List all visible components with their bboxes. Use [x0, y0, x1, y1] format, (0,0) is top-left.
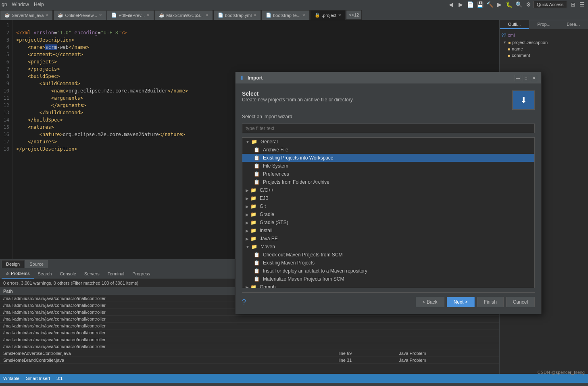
toolbar-perspective[interactable]: ⊞: [569, 0, 578, 9]
tree-item-label: Install or deploy an artifact to a Maven…: [263, 268, 367, 274]
tree-item-label: Materialize Maven Projects from SCM: [263, 276, 344, 282]
outline-label-name: name: [512, 46, 523, 51]
table-row[interactable]: /mall-admin/src/main/java/com/macro/mall…: [0, 336, 499, 343]
tree-leaf[interactable]: 📋Install or deploy an artifact to a Mave…: [242, 267, 534, 275]
tab-terminal[interactable]: Terminal: [104, 270, 129, 279]
tree-folder[interactable]: ▶📁C/C++: [242, 186, 534, 194]
tab-pdffile[interactable]: 📄 PdfFilePrev... ✕: [107, 10, 154, 20]
tab-servermainjava[interactable]: ☕ ServerMain.java ✕: [0, 10, 53, 20]
tree-folder[interactable]: ▶📁Install: [242, 227, 534, 235]
next-button[interactable]: Next >: [447, 297, 475, 307]
tab-bootstrap-yml[interactable]: 📄 bootstrap.yml ✕: [213, 10, 261, 20]
tab-overflow[interactable]: >> 12: [346, 10, 362, 20]
toolbar-btn-2[interactable]: ▶: [457, 0, 465, 9]
menu-help[interactable]: Help: [34, 2, 44, 7]
dialog-section-title: Select: [242, 90, 354, 97]
outline-name[interactable]: ■ name: [501, 46, 586, 52]
toolbar-btn-run[interactable]: ▶: [495, 0, 504, 9]
finish-button[interactable]: Finish: [477, 297, 504, 307]
tab-overflow-num: 12: [354, 13, 359, 17]
toolbar-btn-save[interactable]: 💾: [476, 0, 485, 9]
tab-design[interactable]: Design: [2, 260, 24, 268]
tab-progress[interactable]: Progress: [128, 270, 154, 279]
quick-access[interactable]: Quick Access: [533, 1, 567, 8]
table-row[interactable]: /mall-admin/src/main/java/com/macro/mall…: [0, 343, 499, 350]
tab-maxscrm[interactable]: ☕ MaxScrmWxCpS... ✕: [154, 10, 213, 20]
folder-icon: 📁: [250, 187, 256, 193]
tab-outline[interactable]: Outli...: [500, 20, 529, 29]
tree-folder[interactable]: ▶📁Gradle: [242, 210, 534, 218]
tree-folder[interactable]: ▼📁Maven: [242, 243, 534, 251]
tab-servers[interactable]: Servers: [80, 270, 104, 279]
tab-close[interactable]: ✕: [146, 13, 150, 17]
dialog-minimize[interactable]: —: [515, 75, 521, 81]
cell-type: Java Problem: [396, 350, 499, 357]
tree-leaf[interactable]: 📋Existing Projects into Workspace: [242, 154, 534, 162]
tab-close[interactable]: ✕: [45, 13, 48, 17]
outline-comment[interactable]: ■ comment: [501, 52, 586, 59]
outline-root[interactable]: ▼ ■ projectDescription: [501, 39, 586, 46]
wizard-tree[interactable]: ▼📁General📋Archive File📋Existing Projects…: [242, 137, 535, 288]
tab-close[interactable]: ✕: [205, 13, 209, 17]
menu-window[interactable]: Window: [12, 2, 29, 7]
tab-project[interactable]: 🔒 .project ✕: [310, 10, 346, 20]
tree-leaf[interactable]: 📋Existing Maven Projects: [242, 259, 534, 267]
toolbar-btn-new[interactable]: 📄: [466, 0, 475, 9]
tree-leaf[interactable]: 📋Preferences: [242, 170, 534, 178]
tree-item-label: Maven: [261, 244, 275, 250]
tab-problems[interactable]: ⚠ Problems: [2, 269, 34, 279]
cell-line: line 69: [336, 350, 396, 357]
menu-bar: gn Window Help ◀ ▶ 📄 💾 🔨 ▶ 🐛 🔍 ⚙ Quick A…: [0, 0, 588, 9]
tab-onlinepreview[interactable]: ☕ OnlinePreview... ✕: [53, 10, 106, 20]
dialog-close[interactable]: ✕: [531, 75, 537, 81]
tree-leaf[interactable]: 📋File System: [242, 162, 534, 170]
table-row[interactable]: /mall-admin/src/main/java/com/macro/mall…: [0, 316, 499, 323]
chevron-icon: ▶: [246, 285, 249, 289]
tree-leaf[interactable]: 📋Archive File: [242, 146, 534, 154]
tab-source[interactable]: Source: [25, 260, 48, 268]
dialog-maximize[interactable]: □: [523, 75, 529, 81]
toolbar-btn-extra[interactable]: ☰: [578, 0, 586, 9]
tab-close[interactable]: ✕: [302, 13, 305, 17]
folder-icon: 📁: [250, 228, 256, 233]
tree-leaf[interactable]: 📋Materialize Maven Projects from SCM: [242, 275, 534, 283]
table-row[interactable]: /mall-admin/src/main/java/com/macro/mall…: [0, 329, 499, 336]
tree-leaf[interactable]: 📋Check out Maven Projects from SCM: [242, 251, 534, 259]
toolbar-btn-build[interactable]: 🔨: [486, 0, 494, 9]
toolbar-btn-debug[interactable]: 🐛: [505, 0, 514, 9]
tab-label: bootstrap-te...: [273, 13, 300, 18]
menu-gn[interactable]: gn: [2, 2, 7, 7]
toolbar-btn-search[interactable]: 🔍: [515, 0, 523, 9]
tab-breakpoints[interactable]: Brea...: [559, 20, 588, 29]
table-row[interactable]: SmsHomeAdvertiseController.javaline 69Ja…: [0, 350, 499, 357]
tree-folder[interactable]: ▶📁Git: [242, 202, 534, 210]
tree-leaf[interactable]: 📋Projects from Folder or Archive: [242, 178, 534, 186]
toolbar-btn-1[interactable]: ◀: [447, 0, 456, 9]
tab-close[interactable]: ✕: [338, 13, 341, 17]
back-button[interactable]: < Back: [416, 297, 444, 307]
tree-folder[interactable]: ▶📁Oomph: [242, 283, 534, 288]
tab-bootstrap-te[interactable]: 📄 bootstrap-te... ✕: [261, 10, 310, 20]
cell-path: /mall-admin/src/main/java/com/macro/mall…: [0, 323, 336, 329]
toolbar-btn-settings[interactable]: ⚙: [524, 0, 533, 9]
tree-item-label: Archive File: [263, 147, 288, 153]
table-row[interactable]: /mall-admin/src/main/java/com/macro/mall…: [0, 323, 499, 329]
table-row[interactable]: SmsHomeBrandController.javaline 31Java P…: [0, 357, 499, 364]
filter-input[interactable]: [242, 124, 535, 133]
tab-close[interactable]: ✕: [253, 13, 256, 17]
outline-header: ?? xml: [501, 31, 586, 39]
cancel-button[interactable]: Cancel: [506, 297, 535, 307]
tree-folder[interactable]: ▶📁Gradle (STS): [242, 218, 534, 227]
tree-folder[interactable]: ▶📁Java EE: [242, 235, 534, 243]
tree-item-label: C/C++: [260, 187, 274, 193]
cell-type: [396, 316, 499, 323]
tab-search[interactable]: Search: [34, 270, 56, 279]
help-icon[interactable]: ?: [242, 298, 246, 306]
tab-props[interactable]: Prop...: [529, 20, 559, 29]
tab-icon: ☕: [58, 13, 63, 18]
tree-folder[interactable]: ▼📁General: [242, 138, 534, 146]
tab-close[interactable]: ✕: [99, 13, 102, 17]
tree-folder[interactable]: ▶📁EJB: [242, 194, 534, 202]
line-numbers: 12345 678910 1112131415 161718: [0, 20, 13, 259]
tab-console[interactable]: Console: [56, 270, 80, 279]
